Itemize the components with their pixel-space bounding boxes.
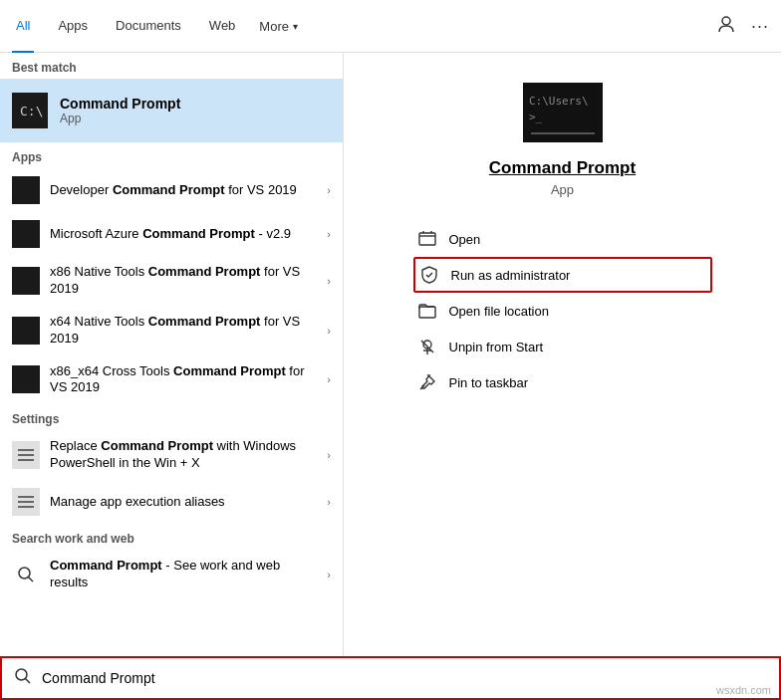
tab-documents[interactable]: Documents (112, 0, 185, 53)
list-item-text: x86 Native Tools Command Prompt for VS 2… (50, 264, 317, 298)
chevron-right-icon: › (327, 325, 331, 337)
list-item-search-web[interactable]: Command Prompt - See work and web result… (0, 550, 343, 599)
action-run-as-admin[interactable]: Run as administrator (413, 257, 712, 293)
svg-rect-14 (419, 233, 435, 245)
svg-point-9 (19, 568, 30, 579)
list-item-text: Developer Command Prompt for VS 2019 (50, 182, 317, 199)
action-pin-taskbar-label: Pin to taskbar (449, 375, 529, 390)
chevron-right-icon: › (327, 496, 331, 508)
chevron-right-icon: › (327, 449, 331, 461)
app-icon-x64-cmd (12, 317, 40, 345)
settings-icon (12, 441, 40, 469)
svg-line-20 (26, 679, 31, 684)
apps-header: Apps (0, 142, 343, 168)
open-icon (417, 229, 437, 249)
pin-icon (417, 372, 437, 392)
action-pin-taskbar[interactable]: Pin to taskbar (413, 364, 712, 400)
tab-all[interactable]: All (12, 0, 34, 53)
search-input[interactable] (42, 670, 767, 686)
list-item[interactable]: Microsoft Azure Command Prompt - v2.9 › (0, 212, 343, 256)
top-nav: All Apps Documents Web More ▾ ··· (0, 0, 781, 53)
list-item-text: Microsoft Azure Command Prompt - v2.9 (50, 226, 317, 243)
svg-text:C:\Users\: C:\Users\ (529, 95, 589, 108)
unpin-icon (417, 337, 437, 356)
list-item[interactable]: x86 Native Tools Command Prompt for VS 2… (0, 256, 343, 306)
chevron-right-icon: › (327, 184, 331, 196)
svg-rect-7 (18, 501, 34, 503)
settings-icon-2 (12, 488, 40, 516)
list-item[interactable]: x86_x64 Cross Tools Command Prompt for V… (0, 355, 343, 405)
action-unpin-start-label: Unpin from Start (449, 340, 544, 354)
chevron-right-icon: › (327, 228, 331, 240)
more-icon[interactable]: ··· (751, 16, 769, 37)
action-open-location[interactable]: Open file location (413, 293, 712, 329)
list-item[interactable]: Developer Command Prompt for VS 2019 › (0, 168, 343, 212)
app-icon-dev-cmd (12, 176, 40, 204)
right-app-title: Command Prompt (489, 158, 636, 178)
svg-rect-6 (18, 496, 34, 498)
list-item-settings-1[interactable]: Replace Command Prompt with Windows Powe… (0, 430, 343, 480)
left-panel: Best match C:\ Command Prompt App Apps D… (0, 53, 344, 656)
list-item-text: Replace Command Prompt with Windows Powe… (50, 438, 317, 472)
folder-icon (417, 301, 437, 321)
search-icon (14, 667, 32, 689)
search-bar-container: wsxdn.com (0, 656, 781, 700)
app-icon-cross-cmd (12, 365, 40, 393)
list-item-settings-2[interactable]: Manage app execution aliases › (0, 480, 343, 524)
svg-rect-8 (18, 506, 34, 508)
right-app-subtitle: App (551, 182, 574, 197)
list-item-text: x64 Native Tools Command Prompt for VS 2… (50, 314, 317, 348)
list-item-text: Manage app execution aliases (50, 494, 317, 511)
action-open[interactable]: Open (413, 221, 712, 257)
tab-web[interactable]: Web (205, 0, 240, 53)
list-item-text: x86_x64 Cross Tools Command Prompt for V… (50, 363, 317, 397)
app-preview-icon: C:\Users\ >_ (523, 83, 603, 142)
web-search-icon (12, 561, 40, 588)
shield-icon (419, 265, 439, 285)
action-open-location-label: Open file location (449, 304, 549, 319)
app-icon-x86-cmd (12, 267, 40, 295)
svg-rect-3 (18, 449, 34, 451)
svg-text:C:\: C:\ (20, 104, 43, 118)
svg-line-10 (29, 578, 34, 583)
svg-rect-5 (18, 459, 34, 461)
search-bar: wsxdn.com (0, 656, 781, 700)
best-match-text: Command Prompt App (60, 96, 180, 125)
watermark: wsxdn.com (716, 684, 771, 696)
action-run-as-admin-label: Run as administrator (451, 268, 571, 283)
main-container: Best match C:\ Command Prompt App Apps D… (0, 53, 781, 656)
app-icon-azure-cmd (12, 220, 40, 248)
list-item[interactable]: x64 Native Tools Command Prompt for VS 2… (0, 306, 343, 355)
svg-point-19 (16, 669, 27, 680)
svg-rect-15 (419, 307, 435, 318)
chevron-right-icon: › (327, 373, 331, 385)
chevron-right-icon: › (327, 569, 331, 581)
best-match-item[interactable]: C:\ Command Prompt App (0, 79, 343, 142)
right-panel: C:\Users\ >_ Command Prompt App Open (344, 53, 781, 656)
command-prompt-icon: C:\ (12, 93, 48, 128)
tab-more[interactable]: More ▾ (259, 0, 298, 53)
svg-point-0 (722, 17, 730, 25)
search-web-header: Search work and web (0, 524, 343, 550)
nav-right: ··· (717, 15, 769, 37)
list-item-text: Command Prompt - See work and web result… (50, 558, 317, 591)
action-unpin-start[interactable]: Unpin from Start (413, 329, 712, 364)
chevron-right-icon: › (327, 275, 331, 287)
action-list: Open Run as administrator (413, 221, 712, 400)
best-match-header: Best match (0, 53, 343, 79)
settings-header: Settings (0, 404, 343, 430)
svg-rect-4 (18, 454, 34, 456)
chevron-down-icon: ▾ (293, 21, 298, 32)
svg-text:>_: >_ (529, 111, 543, 123)
action-open-label: Open (449, 232, 481, 247)
tab-apps[interactable]: Apps (54, 0, 92, 53)
person-icon[interactable] (717, 15, 735, 37)
